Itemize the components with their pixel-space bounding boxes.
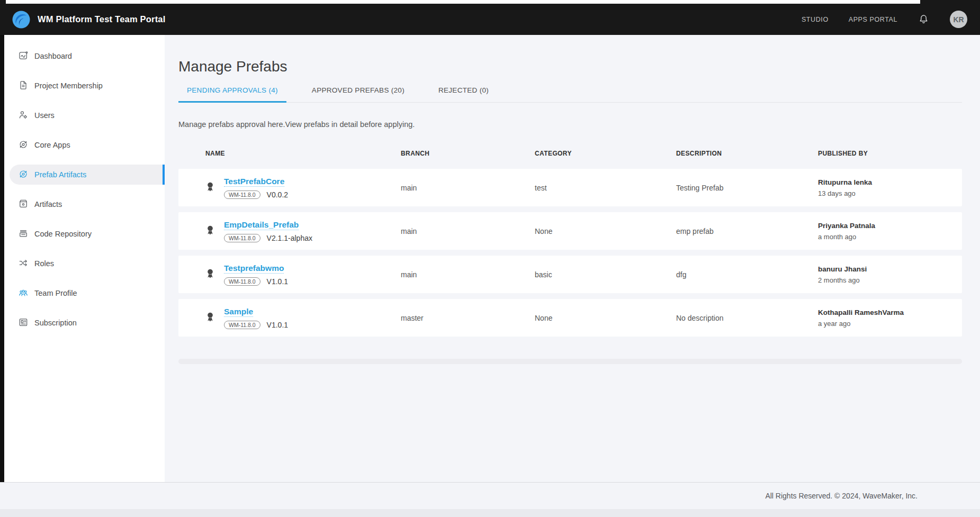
sidebar-item-roles[interactable]: Roles: [4, 249, 165, 278]
branch-cell: main: [401, 270, 535, 279]
published-time: 13 days ago: [818, 189, 962, 197]
sidebar-item-team-profile[interactable]: Team Profile: [4, 278, 165, 308]
branch-cell: master: [401, 314, 535, 322]
branch-cell: main: [401, 184, 535, 192]
category-cell: None: [535, 314, 676, 322]
table-row: EmpDetails_Prefab WM-11.8.0 V2.1.1-alpha…: [178, 212, 962, 250]
studio-link[interactable]: STUDIO: [802, 16, 829, 23]
sidebar-item-subscription[interactable]: Subscription: [4, 308, 165, 338]
published-by-cell: banuru Jhansi 2 months ago: [818, 265, 962, 284]
sidebar-item-label: Core Apps: [34, 141, 70, 149]
tab-approved-prefabs[interactable]: APPROVED PREFABS (20): [303, 86, 413, 103]
prefab-medal-icon: [205, 224, 215, 238]
sidebar-item-users[interactable]: Users: [4, 101, 165, 130]
sync-gear-icon: [18, 169, 29, 181]
column-header-branch: BRANCH: [401, 150, 535, 157]
tab-rejected[interactable]: REJECTED (0): [430, 86, 497, 103]
sidebar-item-core-apps[interactable]: Core Apps: [4, 130, 165, 160]
badge-line: WM-11.8.0 V2.1.1-alphax: [224, 234, 312, 242]
published-time: a year ago: [818, 320, 962, 328]
sidebar-item-code-repository[interactable]: Code Repository: [4, 219, 165, 249]
published-by-cell: Kothapalli RameshVarma a year ago: [818, 309, 962, 328]
sidebar-item-artifacts[interactable]: Artifacts: [4, 189, 165, 219]
description-cell: emp prefab: [676, 227, 818, 235]
published-by-cell: Ritupurna lenka 13 days ago: [818, 178, 962, 197]
apps-portal-link[interactable]: APPS PORTAL: [849, 16, 897, 23]
page-footer: All Rights Reserved. © 2024, WaveMaker, …: [0, 482, 980, 509]
sidebar-item-label: Users: [34, 111, 55, 120]
header-right: STUDIO APPS PORTAL KR: [802, 11, 967, 28]
publisher-name: banuru Jhansi: [818, 265, 962, 273]
browser-chrome-strip: [6, 0, 920, 4]
table-header-row: NAME BRANCH CATEGORY DESCRIPTION PUBLISH…: [178, 150, 962, 157]
table-row: Testprefabwmo WM-11.8.0 V1.0.1 main basi…: [178, 256, 962, 293]
sidebar-item-prefab-artifacts[interactable]: Prefab Artifacts: [10, 165, 165, 185]
published-time: a month ago: [818, 233, 962, 241]
name-cell: TestPrefabCore WM-11.8.0 V0.0.2: [178, 177, 401, 199]
column-header-category: CATEGORY: [535, 150, 676, 157]
sidebar-item-label: Artifacts: [34, 200, 62, 208]
column-header-description: DESCRIPTION: [676, 150, 818, 157]
description-cell: Testing Prefab: [676, 184, 818, 192]
app-body: Dashboard Project Membership Users Cor: [0, 35, 980, 482]
category-cell: None: [535, 227, 676, 235]
sidebar-item-label: Prefab Artifacts: [34, 170, 86, 179]
sidebar-item-label: Roles: [34, 259, 54, 268]
prefab-version: V2.1.1-alphax: [267, 234, 312, 242]
shuffle-icon: [18, 258, 29, 270]
table-row: TestPrefabCore WM-11.8.0 V0.0.2 main tes…: [178, 169, 962, 206]
prefab-version: V1.0.1: [267, 321, 288, 329]
badge-line: WM-11.8.0 V1.0.1: [224, 277, 288, 286]
sidebar-item-project-membership[interactable]: Project Membership: [4, 71, 165, 101]
prefab-name-link[interactable]: TestPrefabCore: [224, 177, 284, 187]
column-header-published-by: PUBLISHED BY: [818, 150, 962, 157]
bottom-scroll-track[interactable]: [0, 509, 980, 517]
column-header-name: NAME: [178, 150, 401, 157]
box-gear-icon: [18, 198, 29, 211]
prefab-name-link[interactable]: Sample: [224, 307, 253, 317]
main-content: Manage Prefabs PENDING APPROVALS (4) APP…: [165, 35, 980, 482]
tab-bar: PENDING APPROVALS (4) APPROVED PREFABS (…: [178, 86, 962, 103]
prefab-version: V1.0.1: [267, 277, 288, 286]
user-avatar[interactable]: KR: [950, 11, 967, 28]
sidebar-item-label: Project Membership: [34, 81, 103, 90]
table-end-bar: [178, 359, 962, 364]
name-cell: Sample WM-11.8.0 V1.0.1: [178, 307, 401, 329]
sidebar-item-dashboard[interactable]: Dashboard: [4, 41, 165, 71]
prefab-name-link[interactable]: EmpDetails_Prefab: [224, 220, 299, 230]
subscription-card-icon: [18, 317, 29, 329]
sidebar-item-label: Team Profile: [34, 289, 77, 297]
sidebar-item-label: Subscription: [34, 319, 77, 327]
published-time: 2 months ago: [818, 276, 962, 284]
table-row: Sample WM-11.8.0 V1.0.1 master None No d…: [178, 299, 962, 337]
dashboard-icon: [18, 50, 29, 62]
sidebar-item-label: Dashboard: [34, 52, 72, 60]
repository-icon: [18, 228, 29, 240]
sync-gear-icon: [18, 139, 29, 151]
user-gear-icon: [18, 110, 29, 122]
sidebar: Dashboard Project Membership Users Cor: [0, 35, 165, 482]
copyright-text: All Rights Reserved. © 2024, WaveMaker, …: [765, 492, 918, 500]
document-icon: [18, 80, 29, 92]
platform-version-badge: WM-11.8.0: [224, 321, 260, 329]
app-header: WM Platform Test Team Portal STUDIO APPS…: [0, 0, 980, 35]
name-cell: EmpDetails_Prefab WM-11.8.0 V2.1.1-alpha…: [178, 220, 401, 242]
app-title: WM Platform Test Team Portal: [38, 14, 166, 24]
description-cell: dfg: [676, 270, 818, 279]
publisher-name: Kothapalli RameshVarma: [818, 309, 962, 316]
prefab-version: V0.0.2: [267, 191, 288, 199]
description-cell: No description: [676, 314, 818, 322]
published-by-cell: Priyanka Patnala a month ago: [818, 222, 962, 241]
tab-pending-approvals[interactable]: PENDING APPROVALS (4): [178, 86, 286, 103]
publisher-name: Priyanka Patnala: [818, 222, 962, 230]
notifications-bell-icon[interactable]: [918, 13, 930, 25]
name-info: EmpDetails_Prefab WM-11.8.0 V2.1.1-alpha…: [224, 220, 312, 242]
wavemaker-logo: [12, 10, 31, 29]
platform-version-badge: WM-11.8.0: [224, 191, 260, 199]
prefab-medal-icon: [205, 268, 215, 282]
prefab-medal-icon: [205, 181, 215, 195]
page-description: Manage prefabs approval here.View prefab…: [178, 120, 962, 129]
brand: WM Platform Test Team Portal: [12, 10, 166, 29]
prefab-name-link[interactable]: Testprefabwmo: [224, 264, 284, 274]
platform-version-badge: WM-11.8.0: [224, 277, 260, 286]
